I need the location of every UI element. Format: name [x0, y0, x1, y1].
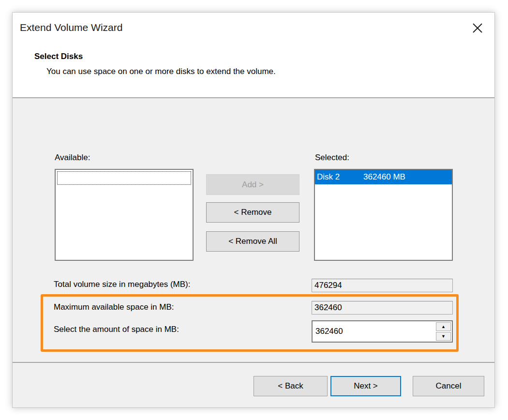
close-button[interactable] [466, 17, 489, 40]
extend-volume-wizard-dialog: Extend Volume Wizard Select Disks You ca… [12, 12, 495, 408]
arrow-down-icon: ▼ [441, 334, 446, 339]
amount-input[interactable] [313, 321, 433, 342]
add-button: Add > [206, 174, 299, 195]
footer-divider [13, 362, 494, 363]
next-button[interactable]: Next > [330, 376, 401, 396]
close-icon [471, 22, 484, 36]
spin-up-button[interactable]: ▲ [436, 322, 451, 331]
available-listbox[interactable] [55, 169, 194, 261]
amount-spinner: ▲ ▼ [312, 320, 453, 343]
selected-disk-name: Disk 2 [317, 172, 363, 182]
available-empty-focused-item[interactable] [57, 171, 191, 185]
spin-down-button[interactable]: ▼ [436, 332, 451, 341]
spinner-buttons: ▲ ▼ [436, 322, 451, 341]
arrow-up-icon: ▲ [441, 324, 446, 329]
selected-label: Selected: [315, 153, 349, 163]
selected-disk-item[interactable]: Disk 2 362460 MB [315, 170, 452, 184]
available-label: Available: [55, 153, 90, 163]
window-title: Extend Volume Wizard [20, 22, 122, 33]
selected-disk-size: 362460 MB [363, 172, 405, 182]
page-title: Select Disks [34, 52, 83, 61]
max-available-label: Maximum available space in MB: [54, 302, 174, 312]
cancel-button[interactable]: Cancel [413, 376, 484, 396]
back-button[interactable]: < Back [254, 376, 328, 396]
remove-button[interactable]: < Remove [206, 202, 299, 223]
max-available-field [312, 301, 453, 315]
amount-label: Select the amount of space in MB: [54, 325, 179, 334]
total-volume-label: Total volume size in megabytes (MB): [54, 280, 191, 289]
wizard-header: Extend Volume Wizard Select Disks You ca… [13, 13, 494, 98]
total-volume-field [312, 279, 453, 292]
selected-listbox[interactable]: Disk 2 362460 MB [314, 169, 453, 261]
page-description: You can use space on one or more disks t… [46, 67, 276, 76]
remove-all-button[interactable]: < Remove All [206, 231, 299, 252]
